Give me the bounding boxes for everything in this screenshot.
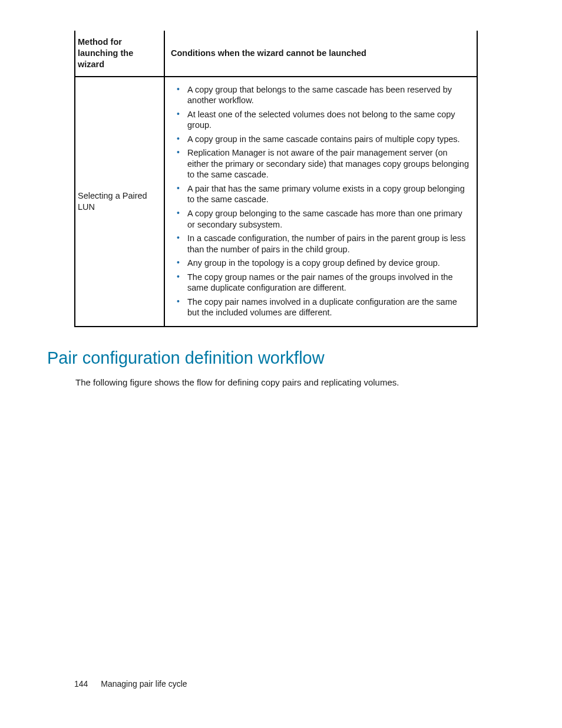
section-heading: Pair configuration definition workflow: [47, 347, 497, 370]
page-number: 144: [74, 678, 88, 689]
list-item: A copy group in the same cascade contain…: [181, 133, 471, 147]
chapter-title: Managing pair life cycle: [101, 679, 187, 689]
page-footer: 144 Managing pair life cycle: [74, 678, 187, 689]
list-item: In a cascade configuration, the number o…: [181, 232, 471, 256]
section-intro: The following figure shows the flow for …: [75, 377, 497, 388]
table-head-conditions: Conditions when the wizard cannot be lau…: [164, 31, 477, 77]
table-cell-method: Selecting a Paired LUN: [75, 77, 164, 327]
conditions-table: Method for launching the wizard Conditio…: [74, 31, 478, 327]
list-item: Replication Manager is not aware of the …: [181, 146, 471, 182]
list-item: The copy pair names involved in a duplic…: [181, 295, 471, 320]
table-cell-conditions: A copy group that belongs to the same ca…: [164, 77, 477, 327]
list-item: A copy group belonging to the same casca…: [181, 207, 471, 232]
list-item: At least one of the selected volumes doe…: [181, 108, 471, 133]
table-row: Selecting a Paired LUN A copy group that…: [75, 77, 477, 327]
list-item: Any group in the topology is a copy grou…: [181, 256, 471, 271]
list-item: A pair that has the same primary volume …: [181, 182, 471, 207]
table-head-method: Method for launching the wizard: [75, 31, 164, 77]
list-item: A copy group that belongs to the same ca…: [181, 83, 471, 108]
list-item: The copy group names or the pair names o…: [181, 271, 471, 295]
conditions-list: A copy group that belongs to the same ca…: [171, 83, 473, 320]
